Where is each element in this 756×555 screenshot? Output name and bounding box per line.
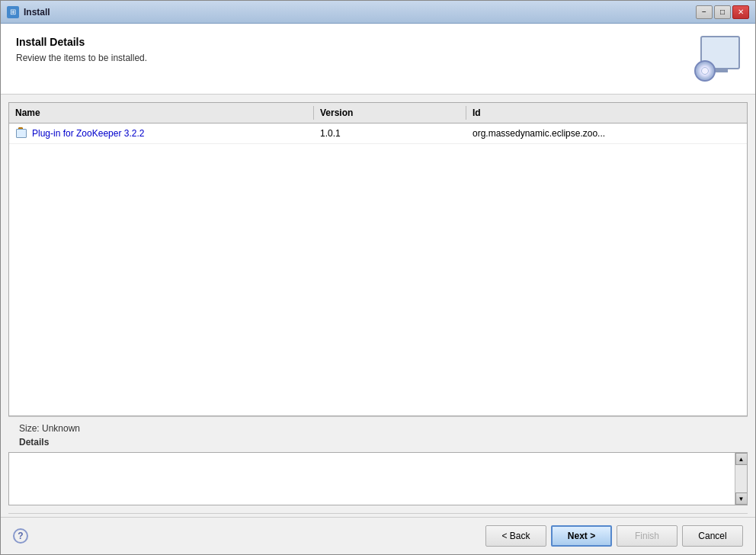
footer: ? < Back Next > Finish Cancel bbox=[1, 517, 755, 554]
scroll-down-button[interactable]: ▼ bbox=[735, 492, 748, 505]
back-button[interactable]: < Back bbox=[485, 525, 546, 547]
help-button[interactable]: ? bbox=[13, 528, 28, 544]
footer-left: ? bbox=[13, 528, 28, 544]
cell-id: org.massedynamic.eclipse.zoo... bbox=[466, 127, 747, 140]
separator bbox=[8, 513, 748, 514]
cell-name: Plug-in for ZooKeeper 3.2.2 bbox=[9, 126, 314, 141]
size-label: Size: Unknown bbox=[19, 423, 737, 434]
install-table: Name Version Id Plug-in for ZooKeeper 3.… bbox=[8, 102, 748, 416]
table-body: Plug-in for ZooKeeper 3.2.2 1.0.1 org.ma… bbox=[9, 124, 747, 415]
cd-icon bbox=[694, 60, 716, 82]
scroll-track bbox=[735, 465, 747, 492]
box-icon bbox=[16, 129, 27, 138]
plugin-icon bbox=[15, 127, 27, 140]
window-title: Install bbox=[24, 7, 696, 18]
minimize-button[interactable]: − bbox=[696, 5, 713, 19]
details-box: ▲ ▼ bbox=[8, 452, 748, 505]
column-version: Version bbox=[314, 106, 466, 120]
maximize-button[interactable]: □ bbox=[714, 5, 731, 19]
window-icon: ⊞ bbox=[7, 6, 19, 18]
content-area: Install Details Review the items to be i… bbox=[1, 24, 755, 554]
details-label: Details bbox=[19, 437, 737, 448]
cell-version: 1.0.1 bbox=[314, 127, 466, 140]
column-name: Name bbox=[9, 106, 314, 120]
header-icon bbox=[694, 36, 740, 82]
table-row[interactable]: Plug-in for ZooKeeper 3.2.2 1.0.1 org.ma… bbox=[9, 124, 747, 144]
info-section: Size: Unknown Details bbox=[8, 416, 748, 452]
page-title: Install Details bbox=[16, 36, 147, 48]
footer-buttons: < Back Next > Finish Cancel bbox=[485, 525, 743, 547]
next-button[interactable]: Next > bbox=[551, 525, 612, 547]
header-section: Install Details Review the items to be i… bbox=[1, 24, 755, 95]
cancel-button[interactable]: Cancel bbox=[682, 525, 743, 547]
page-subtitle: Review the items to be installed. bbox=[16, 53, 147, 63]
finish-button[interactable]: Finish bbox=[617, 525, 678, 547]
table-header: Name Version Id bbox=[9, 103, 747, 124]
install-window: ⊞ Install − □ ✕ Install Details Review t… bbox=[0, 0, 756, 555]
scroll-up-button[interactable]: ▲ bbox=[735, 453, 748, 465]
title-bar: ⊞ Install − □ ✕ bbox=[1, 1, 755, 24]
window-controls: − □ ✕ bbox=[696, 5, 749, 19]
column-id: Id bbox=[466, 106, 747, 120]
details-scrollbar: ▲ ▼ bbox=[735, 453, 747, 505]
header-text: Install Details Review the items to be i… bbox=[16, 36, 147, 63]
close-button[interactable]: ✕ bbox=[732, 5, 749, 19]
row-name-text: Plug-in for ZooKeeper 3.2.2 bbox=[32, 128, 144, 139]
